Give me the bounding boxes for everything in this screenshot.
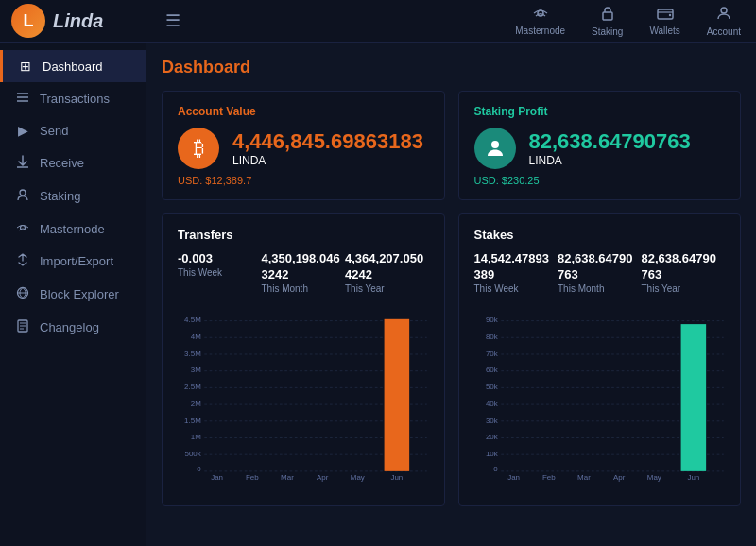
staking-profit-card: Staking Profit 82,638.64790763 LINDA USD… (458, 91, 742, 200)
svg-text:1M: 1M (191, 433, 201, 441)
transfers-week-label: This Week (178, 267, 262, 278)
account-value-body: ₿ 4,446,845.69863183 LINDA (178, 128, 429, 169)
sidebar-item-label: Staking (40, 189, 80, 203)
sidebar-item-label: Receive (40, 156, 84, 170)
svg-text:Jan: Jan (507, 473, 520, 482)
staking-label: Staking (592, 26, 623, 37)
sidebar-item-changelog[interactable]: Changelog (0, 311, 146, 344)
svg-text:Jan: Jan (211, 473, 223, 482)
transfers-week-value: -0.003 (178, 251, 262, 267)
transfers-stat-year: 4,364,207.0504242 This Year (345, 251, 429, 294)
svg-text:3M: 3M (191, 366, 201, 374)
importexport-icon (15, 253, 30, 269)
stakes-year-label: This Year (642, 283, 726, 294)
sidebar-item-receive[interactable]: Receive (0, 146, 146, 179)
staking-coin-icon (474, 128, 516, 169)
svg-text:Jun: Jun (390, 473, 403, 482)
stakes-chart-svg: 90k 80k 70k 60k 50k 40k 30k 20k 10k 0 (474, 303, 726, 492)
sidebar-item-importexport[interactable]: Import/Export (0, 245, 146, 278)
svg-text:50k: 50k (485, 383, 497, 391)
logo-icon: L (11, 4, 45, 38)
dashboard-icon: ⊞ (18, 59, 33, 74)
svg-text:2.5M: 2.5M (184, 383, 201, 391)
account-value-unit: LINDA (232, 154, 423, 167)
sidebar-item-masternode[interactable]: Masternode (0, 213, 146, 245)
sidebar-item-staking[interactable]: Staking (0, 179, 146, 213)
svg-text:40k: 40k (485, 400, 497, 408)
stakes-title: Stakes (474, 228, 726, 242)
nav-masternode[interactable]: Masternode (515, 7, 565, 36)
stakes-week-label: This Week (474, 283, 558, 294)
sidebar-item-blockexplorer[interactable]: Block Explorer (0, 278, 146, 311)
transfers-month-value: 4,350,198.0463242 (262, 251, 346, 283)
svg-text:4M: 4M (191, 333, 201, 341)
transfers-title: Transfers (178, 228, 429, 242)
stakes-chart-card: Stakes 14,542.47893389 This Week 82,638.… (458, 213, 742, 506)
transfers-month-label: This Month (262, 283, 346, 294)
sidebar-item-dashboard[interactable]: ⊞ Dashboard (0, 50, 146, 82)
svg-text:30k: 30k (485, 416, 497, 424)
sidebar-item-label: Import/Export (40, 254, 113, 268)
staking-profit-usd: USD: $230.25 (474, 175, 726, 186)
account-icon (716, 6, 731, 25)
stakes-stat-week: 14,542.47893389 This Week (474, 251, 558, 294)
svg-text:1.5M: 1.5M (184, 416, 201, 424)
logo: L Linda (0, 4, 146, 38)
svg-point-4 (721, 8, 727, 13)
svg-text:60k: 60k (485, 366, 497, 374)
svg-text:20k: 20k (485, 433, 497, 441)
sidebar-item-label: Masternode (40, 222, 105, 236)
svg-point-17 (491, 141, 499, 148)
staking-sidebar-icon (15, 188, 30, 204)
bitcoin-icon: ₿ (178, 128, 219, 169)
sidebar-item-transactions[interactable]: Transactions (0, 82, 146, 114)
svg-text:80k: 80k (485, 333, 497, 341)
transfers-stat-month: 4,350,198.0463242 This Month (262, 251, 346, 294)
stakes-stat-month: 82,638.64790763 This Month (558, 251, 642, 294)
nav-staking[interactable]: Staking (592, 6, 623, 37)
svg-text:Feb: Feb (541, 473, 555, 482)
svg-rect-38 (385, 319, 410, 471)
svg-text:May: May (646, 473, 661, 482)
account-label: Account (707, 26, 741, 37)
account-value-card: Account Value ₿ 4,446,845.69863183 LINDA… (162, 91, 445, 200)
receive-icon (15, 155, 30, 171)
account-value-title: Account Value (178, 105, 429, 118)
nav-account[interactable]: Account (707, 6, 741, 37)
svg-text:90k: 90k (485, 316, 497, 324)
svg-text:4.5M: 4.5M (184, 316, 201, 324)
page-title: Dashboard (162, 58, 741, 77)
stakes-month-label: This Month (558, 283, 642, 294)
svg-text:2M: 2M (191, 400, 201, 408)
account-value-info: 4,446,845.69863183 LINDA (232, 129, 423, 167)
svg-text:Jun: Jun (687, 473, 699, 482)
svg-text:May: May (351, 473, 365, 482)
staking-profit-info: 82,638.64790763 LINDA (529, 129, 691, 167)
nav-wallets[interactable]: Wallets (649, 7, 679, 36)
masternode-icon (532, 7, 549, 24)
svg-text:70k: 70k (485, 350, 497, 358)
sidebar-item-label: Block Explorer (40, 287, 119, 301)
staking-profit-amount: 82,638.64790763 (529, 129, 691, 154)
sidebar: ⊞ Dashboard Transactions ▶ Send Receive … (0, 43, 146, 546)
svg-text:0: 0 (197, 465, 201, 473)
staking-icon (601, 6, 614, 25)
sidebar-item-label: Transactions (40, 92, 110, 106)
stakes-stats: 14,542.47893389 This Week 82,638.6479076… (474, 251, 726, 294)
cards-row: Account Value ₿ 4,446,845.69863183 LINDA… (162, 91, 741, 200)
transfers-chart-card: Transfers -0.003 This Week 4,350,198.046… (162, 213, 445, 506)
account-value-amount: 4,446,845.69863183 (232, 129, 423, 154)
svg-text:3.5M: 3.5M (184, 350, 201, 358)
svg-text:Apr: Apr (317, 473, 329, 482)
svg-text:Feb: Feb (246, 473, 259, 482)
header-nav: Masternode Staking Wallets Account (515, 6, 756, 37)
transfers-chart-area: 4.5M 4M 3.5M 3M 2.5M 2M 1.5M 1M 500k 0 (178, 303, 429, 492)
sidebar-item-send[interactable]: ▶ Send (0, 114, 146, 146)
svg-text:Mar: Mar (577, 473, 591, 482)
transfers-year-label: This Year (345, 283, 429, 294)
transfers-stats: -0.003 This Week 4,350,198.0463242 This … (178, 251, 429, 294)
menu-toggle[interactable]: ☰ (146, 10, 199, 31)
staking-profit-title: Staking Profit (474, 105, 726, 118)
transfers-year-value: 4,364,207.0504242 (345, 251, 429, 283)
svg-text:500k: 500k (185, 450, 201, 458)
